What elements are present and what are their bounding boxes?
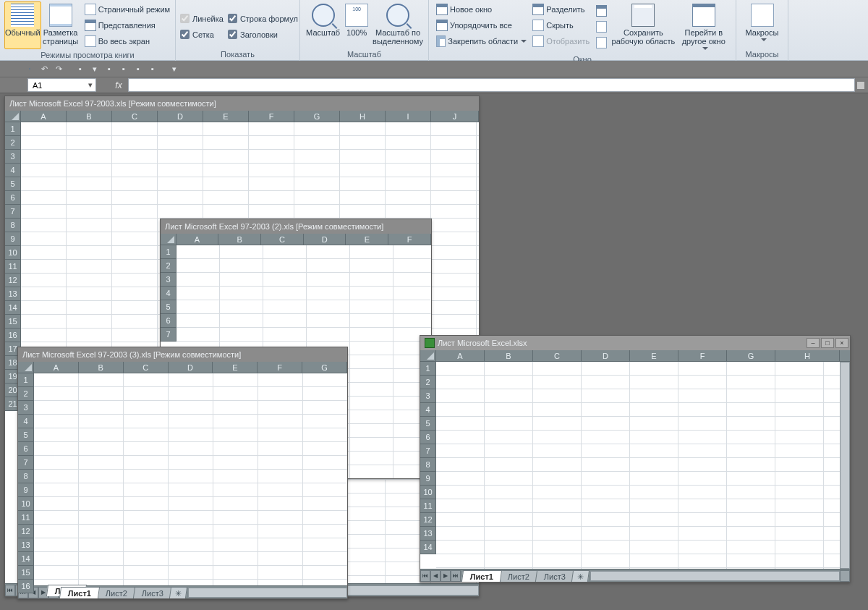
reset-window-pos-button[interactable] bbox=[595, 35, 610, 51]
worksheet-grid[interactable]: ABCDEFGH 1234567891011121314 bbox=[420, 350, 850, 569]
row-header[interactable]: 5 bbox=[161, 300, 176, 314]
row-header[interactable]: 10 bbox=[5, 246, 21, 260]
window-close-button[interactable]: × bbox=[835, 338, 848, 348]
column-header[interactable]: G bbox=[294, 111, 340, 122]
column-header[interactable]: B bbox=[218, 234, 261, 245]
workbook-window[interactable]: Лист Microsoft Excel 97-2003 (3).xls [Ре… bbox=[17, 347, 348, 599]
row-header[interactable]: 11 bbox=[18, 511, 34, 525]
select-all-button[interactable] bbox=[18, 362, 34, 373]
row-header[interactable]: 2 bbox=[5, 136, 21, 150]
column-header[interactable]: D bbox=[304, 234, 346, 245]
row-header[interactable]: 4 bbox=[5, 164, 21, 177]
row-header[interactable]: 12 bbox=[5, 274, 21, 287]
sheet-tab[interactable]: Лист3 bbox=[535, 570, 574, 582]
column-header[interactable]: C bbox=[124, 362, 169, 373]
view-page-layout-button[interactable]: Разметка страницы bbox=[41, 1, 80, 49]
row-header[interactable]: 13 bbox=[420, 527, 436, 541]
new-window-button[interactable]: Новое окно bbox=[433, 1, 529, 17]
row-header[interactable]: 8 bbox=[5, 219, 21, 232]
window-minimize-button[interactable]: – bbox=[807, 338, 820, 348]
column-header[interactable]: B bbox=[79, 362, 124, 373]
cells-area[interactable] bbox=[436, 362, 840, 569]
column-header[interactable]: C bbox=[112, 111, 158, 122]
qat-redo-button[interactable]: ↷ bbox=[52, 62, 65, 75]
tab-nav-prev[interactable]: ◀ bbox=[430, 570, 441, 582]
row-header[interactable]: 3 bbox=[18, 401, 34, 415]
split-button[interactable]: Разделить bbox=[529, 1, 595, 17]
row-header[interactable]: 3 bbox=[161, 273, 176, 287]
row-header[interactable]: 10 bbox=[18, 497, 34, 511]
column-header[interactable]: B bbox=[67, 111, 112, 122]
horizontal-scrollbar[interactable] bbox=[188, 588, 347, 598]
vertical-scrollbar[interactable] bbox=[840, 362, 850, 569]
column-header[interactable]: I bbox=[386, 111, 431, 122]
column-header[interactable]: A bbox=[176, 234, 219, 245]
hide-window-button[interactable]: Скрыть bbox=[529, 17, 595, 33]
row-header[interactable]: 16 bbox=[18, 580, 34, 593]
column-header[interactable]: D bbox=[158, 111, 203, 122]
macros-button[interactable]: Макросы bbox=[741, 1, 783, 48]
qat-custom-5[interactable]: ▪ bbox=[132, 62, 145, 75]
column-header[interactable]: F bbox=[388, 234, 431, 245]
sheet-tab[interactable]: Лист2 bbox=[499, 570, 538, 582]
qat-custom-4[interactable]: ▪ bbox=[117, 62, 130, 75]
row-header[interactable]: 2 bbox=[161, 259, 176, 273]
row-header[interactable]: 15 bbox=[18, 566, 34, 580]
select-all-button[interactable] bbox=[420, 350, 436, 362]
workbook-titlebar[interactable]: Лист Microsoft Excel.xlsx – □ × bbox=[420, 336, 850, 350]
column-header[interactable]: E bbox=[630, 350, 678, 362]
row-header[interactable]: 4 bbox=[420, 403, 436, 417]
row-header[interactable]: 11 bbox=[5, 260, 21, 274]
row-header[interactable]: 5 bbox=[18, 428, 34, 442]
view-full-screen-button[interactable]: Во весь экран bbox=[82, 33, 174, 49]
column-header[interactable]: B bbox=[485, 350, 533, 362]
formula-input[interactable] bbox=[128, 78, 855, 92]
workbook-titlebar[interactable]: Лист Microsoft Excel 97-2003 (2).xls [Ре… bbox=[161, 219, 431, 234]
row-header[interactable]: 6 bbox=[420, 431, 436, 444]
row-header[interactable]: 14 bbox=[18, 552, 34, 566]
cells-area[interactable] bbox=[34, 373, 347, 585]
switch-windows-button[interactable]: Перейти вдругое окно bbox=[676, 1, 731, 54]
view-page-break-button[interactable]: Страничный режим bbox=[82, 1, 174, 17]
tab-nav-first[interactable]: ⏮ bbox=[420, 570, 430, 582]
row-header[interactable]: 7 bbox=[161, 328, 176, 342]
row-header[interactable]: 6 bbox=[5, 191, 21, 205]
name-box[interactable]: A1 ▾ bbox=[27, 78, 96, 92]
row-header[interactable]: 3 bbox=[420, 389, 436, 403]
tab-nav-first[interactable]: ⏮ bbox=[5, 585, 15, 596]
row-header[interactable]: 4 bbox=[161, 287, 176, 300]
column-header[interactable]: A bbox=[34, 362, 79, 373]
row-header[interactable]: 2 bbox=[420, 376, 436, 389]
qat-custom-6[interactable]: ▪ bbox=[146, 62, 159, 75]
view-side-by-side-button[interactable] bbox=[595, 3, 610, 19]
qat-undo-button[interactable]: ↶ bbox=[38, 62, 51, 75]
row-header[interactable]: 7 bbox=[5, 205, 21, 219]
qat-save-button[interactable] bbox=[23, 62, 36, 75]
column-header[interactable]: G bbox=[727, 350, 775, 362]
row-header[interactable]: 13 bbox=[5, 287, 21, 301]
column-header[interactable]: C bbox=[261, 234, 304, 245]
row-header[interactable]: 12 bbox=[420, 513, 436, 527]
unhide-window-button[interactable]: Отобразить bbox=[529, 33, 595, 49]
view-custom-views-button[interactable]: Представления bbox=[82, 17, 174, 33]
column-header[interactable]: F bbox=[249, 111, 294, 122]
workbook-titlebar[interactable]: Лист Microsoft Excel 97-2003.xls [Режим … bbox=[5, 96, 479, 111]
qat-custom-1[interactable]: ▪ bbox=[74, 62, 87, 75]
row-header[interactable]: 9 bbox=[5, 232, 21, 246]
sheet-tab[interactable]: Лист1 bbox=[461, 570, 502, 582]
row-header[interactable]: 16 bbox=[5, 329, 21, 342]
show-headings-checkbox[interactable]: Заголовки bbox=[228, 27, 282, 43]
row-header[interactable]: 6 bbox=[18, 442, 34, 456]
row-header[interactable]: 10 bbox=[420, 486, 436, 499]
column-header[interactable]: G bbox=[302, 362, 347, 373]
column-header[interactable]: D bbox=[582, 350, 630, 362]
row-header[interactable]: 1 bbox=[161, 245, 176, 259]
column-header[interactable]: E bbox=[203, 111, 249, 122]
new-sheet-button[interactable]: ✳ bbox=[571, 570, 590, 582]
show-ruler-checkbox[interactable]: Линейка bbox=[180, 11, 228, 27]
sync-scroll-button[interactable] bbox=[595, 19, 610, 35]
column-header[interactable]: E bbox=[346, 234, 388, 245]
sheet-tab[interactable]: Лист1 bbox=[59, 587, 100, 598]
qat-customize-button[interactable]: ▾ bbox=[168, 62, 181, 75]
view-normal-button[interactable]: Обычный bbox=[4, 1, 41, 49]
